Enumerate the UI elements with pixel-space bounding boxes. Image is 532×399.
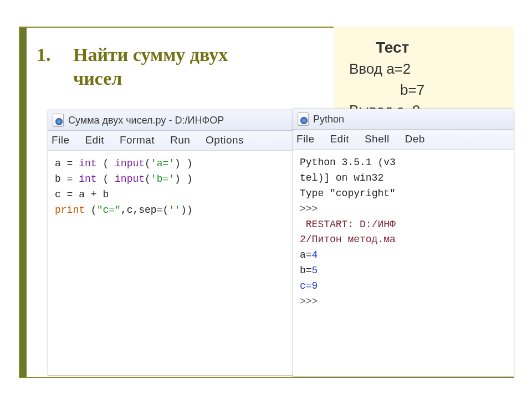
editor-titlebar[interactable]: Сумма двух чисел.py - D:/ИНФОР: [48, 110, 302, 131]
file-icon: [53, 114, 64, 127]
menu-file[interactable]: File: [52, 134, 70, 146]
shell-menu-edit[interactable]: Edit: [330, 133, 349, 145]
editor-code-area[interactable]: a = int ( input('a=') ) b = int ( input(…: [48, 151, 302, 224]
file-icon: [298, 112, 309, 126]
slide-frame: 1. Найти сумму двух чисел Тест Ввод a=2 …: [19, 27, 514, 378]
shell-window: Python File Edit Shell Deb Python 3.5.1 …: [293, 109, 514, 377]
shell-menu-shell[interactable]: Shell: [365, 133, 390, 145]
editor-title-text: Сумма двух чисел.py - D:/ИНФОР: [68, 115, 224, 126]
shell-menu-file[interactable]: File: [296, 133, 315, 145]
test-input-a: Ввод a=2: [349, 59, 502, 80]
task-title-line2: чисел: [73, 68, 122, 89]
editor-window: Сумма двух чисел.py - D:/ИНФОР File Edit…: [48, 110, 303, 376]
task-title: Найти сумму двух чисел: [73, 43, 228, 90]
slide-accent: [20, 28, 27, 377]
task-title-line1: Найти сумму двух: [73, 44, 228, 65]
editor-menubar: File Edit Format Run Options: [48, 131, 302, 151]
shell-output-area[interactable]: Python 3.5.1 (v3 tel)] on win32 Type "co…: [293, 150, 514, 315]
shell-menubar: File Edit Shell Deb: [293, 130, 514, 150]
shell-menu-debug[interactable]: Deb: [405, 133, 424, 145]
menu-options[interactable]: Options: [206, 134, 244, 146]
menu-run[interactable]: Run: [170, 134, 190, 146]
test-input-b: b=7: [400, 80, 502, 101]
shell-titlebar[interactable]: Python: [293, 109, 514, 130]
menu-edit[interactable]: Edit: [85, 134, 104, 146]
test-heading: Тест: [376, 39, 502, 57]
menu-format[interactable]: Format: [120, 134, 155, 146]
shell-title-text: Python: [313, 114, 344, 125]
task-number: 1.: [37, 44, 51, 65]
